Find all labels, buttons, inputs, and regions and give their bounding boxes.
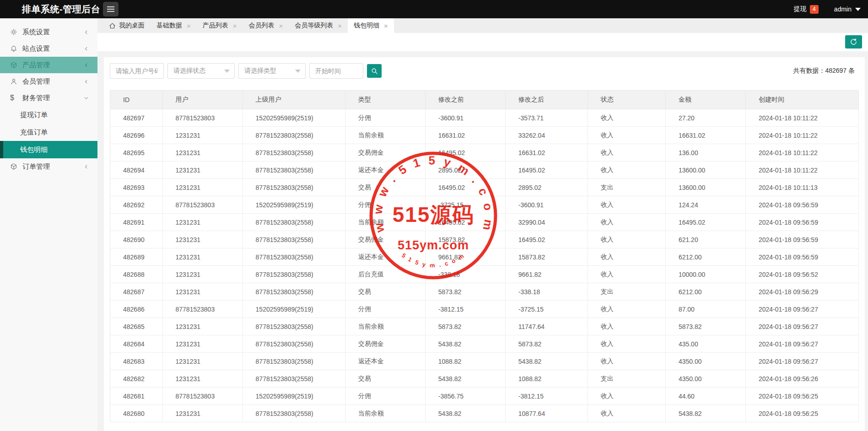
sidebar-item-finance-manage[interactable]: $财务管理 bbox=[0, 90, 97, 106]
tab-base-data[interactable]: 基础数据× bbox=[151, 18, 197, 33]
table-cell: -338.18 bbox=[505, 283, 588, 301]
topbar-right: 提现 4 admin bbox=[794, 5, 868, 14]
sidebar-item-site-settings[interactable]: 站点设置 bbox=[0, 40, 97, 57]
table-row: 4826978778152380315202595989(2519)分佣-360… bbox=[110, 109, 859, 127]
table-row: 482680123123187781523803(2558)当前余额5438.8… bbox=[110, 405, 859, 422]
sidebar-item-member-manage[interactable]: 会员管理 bbox=[0, 73, 97, 90]
status-select[interactable]: 请选择状态 bbox=[167, 63, 235, 79]
tab-my-desktop[interactable]: 我的桌面 bbox=[103, 18, 151, 33]
search-button[interactable] bbox=[367, 64, 382, 78]
sidebar-subitem-wallet-detail[interactable]: 钱包明细 bbox=[0, 141, 97, 158]
table-cell: 交易 bbox=[345, 179, 425, 196]
table-cell: 6212.00 bbox=[665, 283, 745, 301]
chevron-left-icon bbox=[83, 164, 89, 170]
table-cell: -3725.15 bbox=[505, 301, 588, 318]
chevron-left-icon bbox=[83, 46, 89, 52]
table-cell: 1231231 bbox=[162, 127, 243, 144]
table-cell: 1231231 bbox=[162, 283, 243, 301]
close-icon[interactable]: × bbox=[384, 22, 388, 30]
tab-label: 会员等级列表 bbox=[295, 22, 333, 30]
table-cell: 收入 bbox=[588, 109, 665, 127]
tab-member-list[interactable]: 会员列表× bbox=[243, 18, 289, 33]
column-header: 状态 bbox=[588, 91, 665, 109]
table-cell: 16631.02 bbox=[505, 144, 588, 162]
sidebar-subitem-label: 充值订单 bbox=[20, 128, 48, 137]
table-cell: 2024-01-18 10:11:22 bbox=[745, 162, 858, 179]
table-cell: 16495.02 bbox=[425, 179, 505, 196]
table-cell: 4350.00 bbox=[665, 353, 745, 370]
start-time-input[interactable] bbox=[309, 63, 363, 79]
table-cell: 交易 bbox=[345, 370, 425, 388]
sidebar-item-system-settings[interactable]: 系统设置 bbox=[0, 24, 97, 40]
table-cell: 10000.00 bbox=[665, 266, 745, 283]
table-cell: 482683 bbox=[110, 353, 163, 370]
sidebar-subitem-withdraw-orders[interactable]: 提现订单 bbox=[0, 106, 97, 124]
table-cell: 收入 bbox=[588, 266, 665, 283]
tab-label: 会员列表 bbox=[249, 22, 275, 30]
table-row: 4826818778152380315202595989(2519)分佣-385… bbox=[110, 388, 859, 405]
table-cell: 482680 bbox=[110, 405, 163, 422]
table-cell: 2024-01-18 09:56:27 bbox=[745, 335, 858, 353]
sidebar-item-order-manage[interactable]: 订单管理 bbox=[0, 158, 97, 175]
type-select[interactable]: 请选择类型 bbox=[238, 63, 306, 79]
tab-wallet-detail[interactable]: 钱包明细× bbox=[348, 18, 394, 33]
table-cell: -3725.15 bbox=[425, 196, 505, 214]
sidebar-toggle-button[interactable] bbox=[103, 2, 119, 16]
table-cell: 87781523803 bbox=[162, 109, 243, 127]
person-icon bbox=[10, 78, 22, 85]
table-cell: 16631.02 bbox=[665, 127, 745, 144]
table-cell: 2024-01-18 09:56:52 bbox=[745, 266, 858, 283]
table-cell: 支出 bbox=[588, 283, 665, 301]
table-cell: 2024-01-18 09:56:27 bbox=[745, 318, 858, 335]
user-id-input[interactable] bbox=[110, 63, 164, 79]
table-cell: 87.00 bbox=[665, 301, 745, 318]
table-cell: 收入 bbox=[588, 318, 665, 335]
sidebar-item-label: 系统设置 bbox=[22, 28, 50, 37]
table-cell: 1231231 bbox=[162, 214, 243, 231]
close-icon[interactable]: × bbox=[187, 22, 191, 30]
table-cell: 2024-01-18 09:56:26 bbox=[745, 370, 858, 388]
cube-icon bbox=[10, 163, 22, 170]
table-cell: 16631.02 bbox=[425, 127, 505, 144]
sidebar-item-product-manage[interactable]: 产品管理 bbox=[0, 57, 97, 73]
tab-member-level-list[interactable]: 会员等级列表× bbox=[289, 18, 348, 33]
table-cell: 87781523803 bbox=[162, 301, 243, 318]
withdraw-link[interactable]: 提现 bbox=[794, 5, 807, 13]
table-cell: 87781523803(2558) bbox=[243, 248, 345, 266]
table-cell: 2024-01-18 09:56:59 bbox=[745, 214, 858, 231]
refresh-icon bbox=[850, 38, 857, 46]
table-cell: 收入 bbox=[588, 231, 665, 248]
table-cell: 15202595989(2519) bbox=[243, 109, 345, 127]
table-cell: 87781523803(2558) bbox=[243, 318, 345, 335]
table-cell: 分佣 bbox=[345, 388, 425, 405]
table-row: 482695123123187781523803(2558)交易佣金16495.… bbox=[110, 144, 859, 162]
table-row: 482683123123187781523803(2558)返还本金1088.8… bbox=[110, 353, 859, 370]
table-cell: 收入 bbox=[588, 127, 665, 144]
table-cell: 482686 bbox=[110, 301, 163, 318]
close-icon[interactable]: × bbox=[233, 22, 237, 30]
username: admin bbox=[834, 5, 852, 13]
table-cell: 1231231 bbox=[162, 248, 243, 266]
refresh-button[interactable] bbox=[845, 35, 862, 48]
close-icon[interactable]: × bbox=[338, 22, 342, 30]
table-cell: -3812.15 bbox=[425, 301, 505, 318]
tab-product-list[interactable]: 产品列表× bbox=[197, 18, 243, 33]
table-cell: 2024-01-18 09:56:27 bbox=[745, 353, 858, 370]
table-cell: 27.20 bbox=[665, 109, 745, 127]
sidebar-subitem-label: 提现订单 bbox=[20, 111, 48, 119]
table-cell: 15873.82 bbox=[505, 248, 588, 266]
table-cell: 收入 bbox=[588, 353, 665, 370]
status-select-placeholder: 请选择状态 bbox=[173, 67, 205, 75]
table-cell: 5438.82 bbox=[665, 405, 745, 422]
close-icon[interactable]: × bbox=[279, 22, 283, 30]
user-menu[interactable]: admin bbox=[834, 5, 861, 13]
table-cell: 87781523803(2558) bbox=[243, 231, 345, 248]
sidebar-subitem-recharge-orders[interactable]: 充值订单 bbox=[0, 124, 97, 141]
table-cell: 87781523803(2558) bbox=[243, 353, 345, 370]
page: 排单系统-管理后台 提现 4 admin 系统设置站点设置产品管理会员管理$财务… bbox=[0, 0, 868, 431]
content: 请选择状态 请选择类型 共有数据：48 bbox=[97, 51, 868, 431]
bell-icon bbox=[10, 45, 22, 52]
table-row: 482690123123187781523803(2558)交易佣金15873.… bbox=[110, 231, 859, 248]
column-header: 修改之前 bbox=[425, 91, 505, 109]
card: 请选择状态 请选择类型 共有数据：48 bbox=[104, 57, 865, 431]
